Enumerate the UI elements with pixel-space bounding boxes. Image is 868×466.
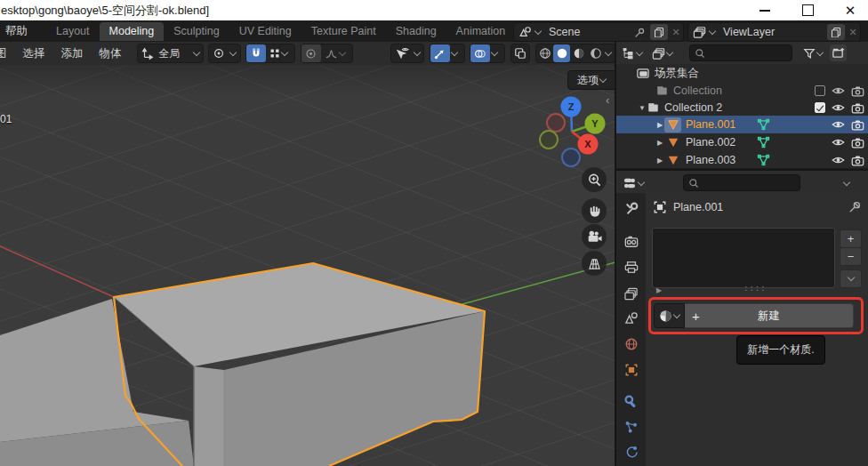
tab-animation[interactable]: Animation bbox=[446, 22, 516, 41]
expand-icon[interactable]: ▶ bbox=[655, 139, 664, 147]
new-viewlayer-button[interactable] bbox=[827, 24, 845, 40]
gizmos-toggle[interactable] bbox=[430, 44, 450, 62]
tab-uv-editing[interactable]: UV Editing bbox=[229, 22, 301, 41]
tab-object[interactable] bbox=[616, 358, 646, 382]
tab-render[interactable] bbox=[616, 229, 646, 253]
shading-material-button[interactable] bbox=[570, 44, 587, 62]
outliner-row-plane002[interactable]: ▶ Plane.002 bbox=[616, 133, 868, 151]
viewlayer-name: ViewLayer bbox=[719, 26, 826, 38]
remove-slot-button[interactable]: − bbox=[840, 247, 862, 266]
tab-modeling[interactable]: Modeling bbox=[100, 22, 165, 41]
tab-sculpting[interactable]: Sculpting bbox=[164, 22, 229, 41]
expand-icon[interactable]: ▶ bbox=[655, 121, 664, 129]
unlink-scene-icon[interactable]: ✕ bbox=[669, 27, 683, 38]
properties-search-input[interactable] bbox=[683, 174, 800, 191]
eye-icon[interactable] bbox=[832, 102, 845, 113]
maximize-button[interactable] bbox=[790, 0, 825, 20]
shading-rendered-button[interactable] bbox=[587, 44, 604, 62]
eye-icon[interactable] bbox=[832, 155, 845, 165]
properties-editor-dropdown[interactable] bbox=[621, 174, 649, 191]
camera-visibility-icon[interactable] bbox=[851, 85, 864, 97]
editor-type-dropdown[interactable] bbox=[620, 44, 647, 61]
tab-texture-paint[interactable]: Texture Paint bbox=[301, 22, 386, 41]
outliner-row-plane001[interactable]: ▶ Plane.001 bbox=[616, 116, 868, 133]
snap-toggle[interactable] bbox=[246, 44, 266, 62]
options-dropdown[interactable]: 选项 bbox=[567, 70, 619, 90]
camera-visibility-icon[interactable] bbox=[851, 137, 864, 149]
pin-icon[interactable] bbox=[634, 27, 646, 38]
new-collection-button[interactable] bbox=[830, 44, 847, 61]
chevron-down-icon bbox=[816, 48, 824, 55]
properties-options-dropdown[interactable] bbox=[840, 174, 855, 191]
tab-world[interactable] bbox=[616, 333, 646, 356]
pan-button[interactable] bbox=[582, 198, 607, 223]
camera-visibility-icon[interactable] bbox=[851, 119, 864, 131]
outliner-row-collection2[interactable]: ▼ Collection 2 bbox=[616, 99, 868, 116]
camera-visibility-icon[interactable] bbox=[851, 102, 864, 114]
exclude-checkbox[interactable] bbox=[815, 102, 825, 113]
outliner-row-scene-collection[interactable]: 场景集合 bbox=[616, 64, 868, 82]
proportional-edit-toggle[interactable] bbox=[301, 44, 321, 62]
pivot-point-dropdown[interactable] bbox=[208, 44, 241, 63]
menu-add[interactable]: 添加 bbox=[53, 46, 92, 61]
proportional-falloff-dropdown[interactable] bbox=[321, 44, 352, 62]
exclude-checkbox[interactable] bbox=[815, 85, 825, 96]
eye-icon[interactable] bbox=[832, 119, 845, 130]
expand-icon[interactable]: ▶ bbox=[655, 157, 664, 165]
add-slot-button[interactable]: + bbox=[840, 229, 862, 248]
pivot-icon bbox=[209, 44, 229, 62]
collapse-icon[interactable]: ▼ bbox=[638, 104, 647, 112]
slot-specials-dropdown[interactable] bbox=[840, 269, 862, 288]
outliner-display-mode-dropdown[interactable] bbox=[650, 44, 678, 61]
tab-shading[interactable]: Shading bbox=[386, 22, 446, 41]
viewlayer-selector[interactable]: ViewLayer ✕ bbox=[687, 22, 861, 42]
xray-toggle[interactable] bbox=[510, 44, 530, 63]
eye-icon[interactable] bbox=[832, 85, 845, 96]
eye-icon[interactable] bbox=[832, 137, 845, 148]
tab-modifiers[interactable] bbox=[616, 390, 646, 414]
list-resize-grip[interactable]: :::: bbox=[743, 284, 767, 293]
minimize-button[interactable] bbox=[747, 0, 783, 20]
menu-select[interactable]: 选择 bbox=[15, 46, 53, 61]
new-scene-button[interactable] bbox=[650, 24, 668, 40]
list-expand-icon[interactable]: ▶ bbox=[656, 286, 662, 294]
tool-icon bbox=[624, 201, 639, 215]
camera-visibility-icon[interactable] bbox=[851, 155, 864, 166]
ortho-toggle-button[interactable] bbox=[582, 251, 607, 276]
tab-view-layer[interactable] bbox=[616, 282, 646, 305]
filter-dropdown[interactable] bbox=[801, 44, 828, 61]
shading-wireframe-button[interactable] bbox=[536, 44, 553, 62]
zoom-button[interactable] bbox=[582, 167, 607, 192]
outliner-row-collection[interactable]: Collection bbox=[616, 82, 868, 100]
menu-help[interactable]: 帮助 bbox=[1, 20, 32, 42]
close-button[interactable]: ✕ bbox=[832, 0, 868, 20]
camera-view-button[interactable] bbox=[582, 224, 607, 249]
navigation-gizmo[interactable]: Z Y X bbox=[534, 89, 615, 178]
transform-orientation-dropdown[interactable]: 全局 bbox=[137, 44, 204, 63]
close-icon: ✕ bbox=[845, 4, 856, 17]
sidebar-expand-icon[interactable]: ‹ bbox=[606, 93, 609, 107]
object-types-visibility-dropdown[interactable] bbox=[390, 44, 424, 63]
tab-tool[interactable] bbox=[616, 197, 646, 220]
material-slots-list[interactable] bbox=[652, 228, 835, 288]
outliner-search-input[interactable] bbox=[689, 44, 792, 61]
scene-selector[interactable]: Scene ✕ bbox=[513, 22, 684, 42]
menu-object[interactable]: 物体 bbox=[92, 46, 130, 61]
outliner-row-plane003[interactable]: ▶ Plane.003 bbox=[616, 151, 868, 169]
menu-view[interactable]: 图 bbox=[0, 46, 15, 61]
chevron-down-icon bbox=[338, 49, 345, 56]
overlays-toggle[interactable] bbox=[470, 44, 490, 62]
tab-output[interactable] bbox=[616, 255, 646, 278]
tab-scene[interactable] bbox=[616, 306, 646, 329]
tab-physics[interactable] bbox=[616, 440, 646, 463]
tab-particles[interactable] bbox=[616, 415, 646, 438]
pin-icon[interactable] bbox=[848, 200, 862, 213]
remove-viewlayer-icon[interactable]: ✕ bbox=[846, 27, 860, 38]
chevron-down-icon bbox=[636, 48, 643, 55]
breadcrumb-object-name[interactable]: Plane.001 bbox=[673, 201, 723, 213]
tab-layout[interactable]: Layout bbox=[46, 22, 100, 41]
viewport-3d[interactable]: 01 选项 Z Y X ‹ bbox=[0, 65, 615, 466]
snap-settings-dropdown[interactable] bbox=[266, 44, 294, 62]
axis-neg-z-ball bbox=[562, 149, 580, 166]
shading-solid-button[interactable] bbox=[553, 44, 570, 62]
